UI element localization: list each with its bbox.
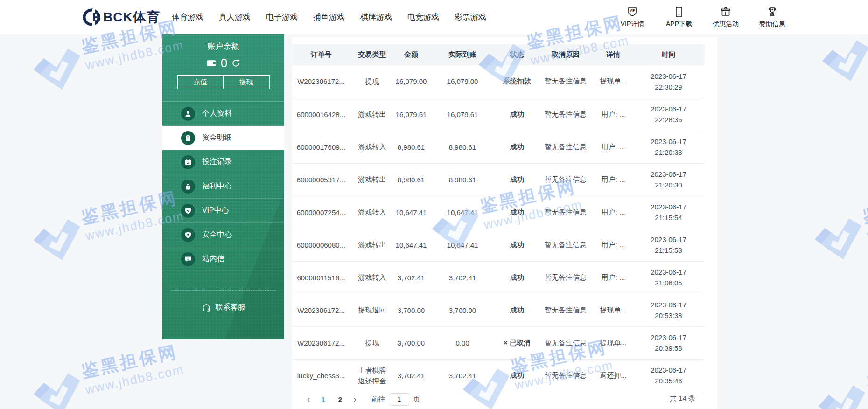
table-row: 60000016428... 游戏转出 16,079.61 16,079.61 … [292, 98, 705, 131]
cell-status: 成功 [497, 359, 537, 392]
column-header-type: 交易类型 [350, 44, 394, 65]
quick-link-label: APP下载 [662, 20, 696, 28]
cell-detail: 用户: ... [594, 131, 632, 163]
sidebar-item-label: 资金明细 [202, 133, 232, 143]
cell-cancel-reason: 暂无备注信息 [537, 196, 594, 229]
cell-detail: 提现单... [594, 294, 632, 326]
cell-amount: 8,980.61 [394, 163, 428, 196]
sidebar-item-vip[interactable]: VIP中心 [162, 199, 284, 223]
withdraw-button[interactable]: 提现 [223, 76, 269, 89]
cell-detail: 用户: ... [594, 229, 632, 261]
sidebar-item-label: 安全中心 [202, 230, 232, 240]
page-unit-label: 页 [413, 395, 420, 404]
cell-actual-amount: 3,702.41 [428, 261, 497, 294]
table-row: 60000007254... 游戏转入 10,647.41 10,647.41 … [292, 196, 705, 229]
nav-item-slots[interactable]: 电子游戏 [266, 12, 298, 22]
cell-amount: 16,079.61 [394, 98, 428, 131]
cell-cancel-reason: 暂无备注信息 [537, 98, 594, 131]
sidebar-menu: 个人资料 资金明细 投注记录 [162, 102, 284, 271]
cell-cancel-reason: 暂无备注信息 [537, 131, 594, 163]
cell-cancel-reason: 暂无备注信息 [537, 65, 594, 98]
quick-link-label: 优惠活动 [708, 20, 743, 28]
cell-cancel-reason: 暂无备注信息 [537, 359, 594, 392]
balance-actions: 充值 提现 [177, 75, 270, 89]
quick-link-label: VIP详情 [615, 20, 650, 28]
sidebar-item-security[interactable]: 安全中心 [162, 223, 284, 247]
security-shield-icon [181, 228, 195, 242]
sidebar-item-funds[interactable]: 资金明细 [162, 126, 284, 150]
cell-actual-amount: 3,700.00 [428, 294, 497, 326]
table-body: W202306172... 提现 16,079.00 16,079.00 系统扣… [292, 65, 705, 392]
cell-actual-amount: 16,079.00 [428, 65, 497, 98]
svg-text:VIP: VIP [630, 9, 635, 12]
next-page-button[interactable]: › [348, 394, 362, 404]
page-button[interactable]: 1 [315, 395, 330, 403]
cell-time: 2023-06-17 21:15:54 [632, 196, 705, 229]
nav-item-esports[interactable]: 电竞游戏 [407, 12, 439, 22]
cell-cancel-reason: 暂无备注信息 [537, 326, 594, 359]
sidebar-item-messages[interactable]: 站内信 [162, 247, 284, 271]
svg-text:B: B [92, 11, 101, 24]
page-button[interactable]: 2 [333, 395, 348, 403]
headset-icon [202, 303, 211, 312]
cell-order-no: 60000006080... [292, 229, 350, 261]
cell-status: 成功 [497, 163, 537, 196]
column-header-actual: 实际到账 [428, 44, 497, 65]
cell-status: × 已取消 [497, 326, 537, 359]
nav-item-sports[interactable]: 体育游戏 [172, 12, 203, 22]
cell-actual-amount: 16,079.61 [428, 98, 497, 131]
recharge-button[interactable]: 充值 [178, 76, 224, 89]
sidebar-item-label: 个人资料 [202, 109, 232, 118]
cell-detail: 用户: ... [594, 196, 632, 229]
cell-status: 成功 [497, 229, 537, 261]
cell-status: 成功 [497, 196, 537, 229]
sidebar-item-label: 福利中心 [202, 181, 232, 191]
cell-transaction-type: 提现 [350, 65, 394, 98]
sidebar-item-welfare[interactable]: 福利中心 [162, 174, 284, 199]
cell-time: 2023-06-17 21:06:05 [632, 261, 705, 294]
cell-order-no: W202306172... [292, 326, 350, 359]
brand-logo[interactable]: B BCK体育 [82, 0, 160, 34]
cell-cancel-reason: 暂无备注信息 [537, 229, 594, 261]
calendar-check-icon [181, 155, 195, 169]
cell-time: 2023-06-17 22:30:29 [632, 65, 705, 98]
quick-link-vip-details[interactable]: VIP VIP详情 [615, 6, 650, 28]
cell-detail: 用户: ... [594, 98, 632, 131]
nav-item-chess[interactable]: 棋牌游戏 [360, 12, 392, 22]
table-row: W202306172... 提现 16,079.00 16,079.00 系统扣… [292, 65, 705, 98]
nav-item-fishing[interactable]: 捕鱼游戏 [313, 12, 345, 22]
cell-order-no: W202306172... [292, 294, 350, 326]
goto-page-input[interactable] [390, 393, 409, 406]
column-header-detail: 详情 [594, 44, 632, 65]
brand-emblem-icon: B [82, 8, 101, 27]
nav-item-lottery[interactable]: 彩票游戏 [455, 12, 486, 22]
page-buttons: 1 2 [315, 395, 348, 403]
cell-transaction-type: 提现 [350, 326, 394, 359]
goto-label: 前往 [371, 395, 385, 404]
cell-actual-amount: 3,702.41 [428, 359, 497, 392]
wallet-icon [206, 59, 217, 67]
cell-amount: 3,702.41 [394, 261, 428, 294]
sidebar-item-label: 站内信 [202, 254, 224, 264]
cell-status: 成功 [497, 294, 537, 326]
nav-item-live[interactable]: 真人游戏 [219, 12, 251, 22]
cell-transaction-type: 游戏转入 [350, 261, 394, 294]
message-icon [181, 252, 195, 266]
cell-order-no: lucky_chess3... [292, 359, 350, 392]
cell-time: 2023-06-17 20:35:46 [632, 359, 705, 392]
cell-order-no: 60000016428... [292, 98, 350, 131]
cell-time: 2023-06-17 21:20:30 [632, 163, 705, 196]
quick-link-sponsor-info[interactable]: 赞助信息 [755, 6, 790, 28]
sidebar-item-profile[interactable]: 个人资料 [162, 102, 284, 126]
column-header-status: 状态 [497, 44, 537, 65]
cell-actual-amount: 0.00 [428, 326, 497, 359]
table-row: 60000011516... 游戏转入 3,702.41 3,702.41 成功… [292, 261, 705, 294]
balance-value: 0 [221, 57, 227, 69]
quick-link-promotions[interactable]: 优惠活动 [708, 6, 743, 28]
quick-link-app-download[interactable]: APP下载 [662, 6, 696, 28]
prev-page-button[interactable]: ‹ [301, 394, 315, 404]
column-header-amount: 金额 [394, 44, 428, 65]
sidebar-item-bets[interactable]: 投注记录 [162, 150, 284, 174]
contact-support-button[interactable]: 联系客服 [162, 303, 284, 312]
refresh-icon[interactable] [231, 59, 240, 68]
